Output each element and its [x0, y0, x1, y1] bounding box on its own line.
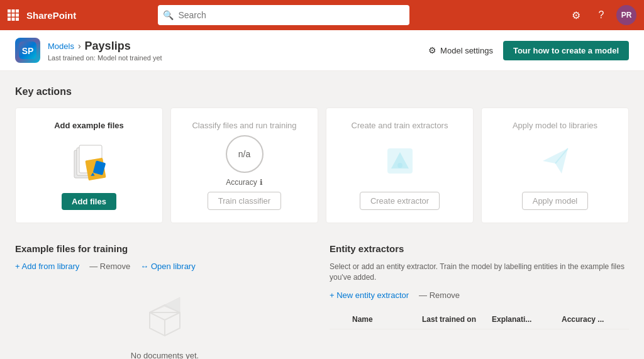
search-container: 🔍 [158, 5, 409, 25]
page-title: Payslips [85, 40, 131, 53]
info-icon: ℹ [260, 178, 263, 187]
table-col-accuracy: Accuracy ... [562, 315, 626, 324]
accuracy-circle: n/a [226, 135, 264, 173]
svg-marker-24 [150, 312, 180, 320]
model-settings-button[interactable]: ⚙ Model settings [428, 45, 493, 55]
breadcrumb-wrap: Models › Payslips Last trained on: Model… [48, 40, 162, 62]
breadcrumb-parent[interactable]: Models [48, 41, 74, 51]
apply-model-button[interactable]: Apply model [522, 192, 589, 210]
top-navigation: SharePoint 🔍 ⚙ ? PR [0, 0, 644, 30]
entity-actions: + New entity extractor — Remove [330, 290, 629, 300]
svg-rect-7 [12, 18, 15, 21]
example-files-title: Example files for training [15, 243, 314, 254]
apply-model-icon [538, 143, 573, 179]
key-actions-title: Key actions [15, 86, 629, 97]
gear-icon: ⚙ [428, 45, 436, 55]
add-from-library-button[interactable]: + Add from library [15, 262, 79, 271]
remove-files-button[interactable]: — Remove [89, 262, 130, 271]
bottom-sections: Example files for training + Add from li… [15, 243, 629, 359]
create-extractor-button[interactable]: Create extractor [360, 192, 440, 210]
svg-text:SP: SP [22, 46, 34, 56]
open-library-button[interactable]: ↔ Open library [140, 262, 195, 271]
avatar[interactable]: PR [616, 5, 636, 25]
entity-table-header: Name Last trained on Explanati... Accura… [330, 310, 629, 329]
table-col-name: Name [352, 315, 417, 324]
table-col-last-trained: Last trained on [422, 315, 487, 324]
tour-button[interactable]: Tour how to create a model [503, 41, 629, 60]
key-actions-section: Key actions Add example files [15, 86, 629, 223]
svg-rect-4 [12, 14, 15, 17]
train-classifier-button[interactable]: Train classifier [208, 192, 281, 210]
accuracy-value: n/a [238, 149, 250, 159]
settings-icon[interactable]: ⚙ [566, 5, 586, 25]
classify-files-title: Classify files and run training [192, 121, 296, 130]
page-header: SP Models › Payslips Last trained on: Mo… [0, 30, 644, 71]
page-subtitle: Last trained on: Model not trained yet [48, 54, 162, 62]
svg-rect-6 [8, 18, 11, 21]
svg-point-20 [397, 163, 402, 168]
add-files-button[interactable]: Add files [62, 193, 116, 210]
entity-description: Select or add an entity extractor. Train… [330, 262, 629, 283]
create-extractors-card: Create and train extractors Create extra… [326, 108, 474, 223]
svg-marker-27 [165, 297, 180, 312]
svg-rect-3 [8, 14, 11, 17]
breadcrumb-separator: › [78, 41, 81, 51]
create-extractors-title: Create and train extractors [352, 121, 448, 130]
entity-extractors-section: Entity extractors Select or add an entit… [330, 243, 629, 359]
svg-rect-8 [16, 18, 19, 21]
empty-box-icon [142, 294, 187, 346]
model-settings-label: Model settings [440, 46, 493, 55]
waffle-icon[interactable] [8, 9, 19, 21]
table-col-explanation: Explanati... [492, 315, 557, 324]
add-files-title: Add example files [54, 121, 124, 130]
table-col-checkbox [332, 315, 347, 324]
svg-rect-5 [16, 14, 19, 17]
svg-rect-2 [16, 9, 19, 13]
classify-files-card: Classify files and run training n/a Accu… [170, 108, 318, 223]
header-right: ⚙ Model settings Tour how to create a mo… [428, 41, 629, 60]
example-files-actions: + Add from library — Remove ↔ Open libra… [15, 262, 314, 271]
key-actions-grid: Add example files Add [15, 108, 629, 223]
app-icon: SP [15, 38, 40, 63]
apply-model-card: Apply model to libraries Apply model [481, 108, 629, 223]
new-entity-extractor-button[interactable]: + New entity extractor [330, 290, 409, 300]
brand-name: SharePoint [26, 10, 76, 21]
apply-model-title: Apply model to libraries [513, 121, 597, 130]
accuracy-label-text: Accuracy [226, 178, 257, 187]
empty-state: No documents yet. [15, 281, 314, 359]
empty-message: No documents yet. [131, 351, 199, 359]
breadcrumb: Models › Payslips [48, 40, 162, 53]
search-input[interactable] [158, 5, 409, 25]
svg-rect-0 [8, 9, 11, 13]
example-files-section: Example files for training + Add from li… [15, 243, 314, 359]
accuracy-label: Accuracy ℹ [226, 178, 262, 187]
help-icon[interactable]: ? [591, 5, 611, 25]
extractor-icon [382, 143, 418, 179]
header-left: SP Models › Payslips Last trained on: Mo… [15, 38, 428, 63]
nav-right-icons: ⚙ ? PR [566, 5, 636, 25]
search-icon: 🔍 [163, 10, 174, 20]
main-content: Key actions Add example files [0, 71, 644, 359]
svg-rect-1 [12, 9, 15, 13]
add-files-icon [69, 143, 109, 180]
remove-extractor-button[interactable]: — Remove [419, 290, 460, 300]
add-files-card: Add example files Add [15, 108, 163, 223]
entity-extractors-title: Entity extractors [330, 243, 629, 254]
